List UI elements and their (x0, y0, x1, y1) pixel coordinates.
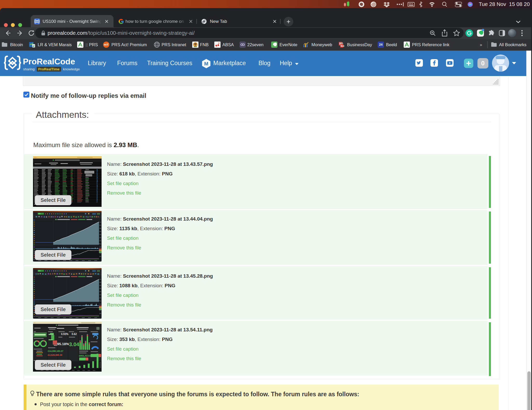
svg-text:0.62: 0.62 (72, 333, 77, 336)
svg-text:live: live (341, 45, 344, 47)
svg-text:£14,080,183.27: £14,080,183.27 (48, 350, 63, 352)
svg-text:3.04: 3.04 (69, 341, 79, 347)
svg-text:-£2,526,990.30: -£2,526,990.30 (47, 354, 62, 356)
svg-text:0.93%: 0.93% (61, 333, 68, 336)
svg-text:95.18%: 95.18% (57, 342, 69, 346)
svg-text:£651,313.53: £651,313.53 (79, 354, 92, 357)
svg-text:M: M (204, 61, 208, 66)
